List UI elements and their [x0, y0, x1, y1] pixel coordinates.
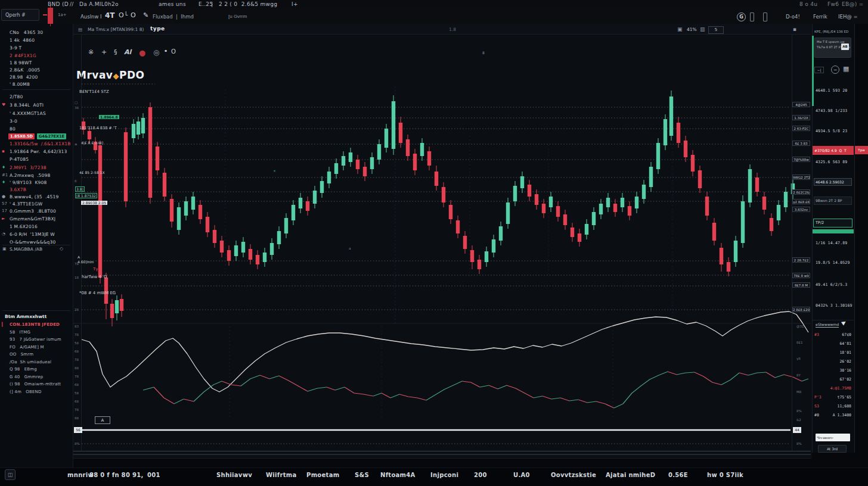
- price-badge-up[interactable]: G4&27EX1E: [37, 133, 66, 139]
- watch-row[interactable]: 2/T80: [10, 94, 23, 99]
- panel-value-row[interactable]: 0432% 3 1.30169: [816, 303, 852, 308]
- watch-row[interactable]: 2 #4F1X1G: [10, 53, 36, 58]
- menu-item[interactable]: ames uns: [159, 1, 186, 7]
- trade-row-value[interactable]: t75'65: [823, 395, 851, 400]
- pen-icon[interactable]: ✎: [143, 11, 148, 19]
- watch-row[interactable]: 0.Gmmm3 .8L8T00: [10, 208, 56, 214]
- menu-item[interactable]: I+: [292, 1, 298, 7]
- watch-row[interactable]: CNo 4365 30: [10, 30, 43, 35]
- zoom-level[interactable]: 41%: [687, 27, 697, 32]
- sparkle-icon[interactable]: ◇: [60, 246, 63, 251]
- instrument-selector[interactable]: Auslnw I: [80, 14, 102, 20]
- account-status-row[interactable]: S.MAGBBA /AB: [10, 247, 42, 252]
- panel-value-row[interactable]: 4648.1 593 20: [816, 88, 847, 93]
- watch-row[interactable]: 1.3316&/5w /.6&1.X1X1B: [10, 141, 71, 147]
- watch-row[interactable]: 1 4k 4860: [10, 38, 35, 43]
- watch-row[interactable]: B.wwwv4, (35 .4519: [10, 194, 58, 200]
- scrollbar[interactable]: [73, 451, 811, 451]
- menu-item[interactable]: //: [70, 1, 74, 7]
- timeframe-label[interactable]: Fluxbad | Ihmd: [153, 14, 194, 20]
- watch-row[interactable]: 2.M9Y1 3/7238: [10, 165, 46, 170]
- trade-row-value[interactable]: 67¢0: [823, 332, 851, 337]
- alert-row[interactable]: #370/82 4.9 Q T: [813, 146, 854, 155]
- watch-row[interactable]: 3 8.344L A0TI: [10, 102, 44, 108]
- trade-row-value[interactable]: 26'02: [823, 359, 851, 364]
- watch-row[interactable]: 2.8&K .0005: [10, 67, 40, 73]
- watch-row[interactable]: ' 9/8Y103 K908: [10, 180, 46, 185]
- menu-item[interactable]: EB@) =: [842, 1, 864, 7]
- take-profit-box[interactable]: TP/2: [813, 219, 852, 228]
- watch-row[interactable]: 80: [10, 126, 16, 132]
- dot-icon[interactable]: ▪: [165, 48, 167, 52]
- taskbar-app-icon[interactable]: ◫: [5, 469, 16, 480]
- price-badge-down[interactable]: 1.85X0.5D: [8, 133, 35, 139]
- tree-row[interactable]: (] 4m OBEND: [10, 390, 42, 394]
- target-icon[interactable]: ◎: [153, 48, 159, 57]
- open-positions-box[interactable]: Qperh #: [1, 9, 39, 21]
- tree-row[interactable]: CON.183NT8 JFEDED: [10, 322, 60, 327]
- panel-value-row[interactable]: 1/16 14.47.89: [816, 241, 847, 245]
- menu-item[interactable]: BND (D: [48, 1, 69, 7]
- trade-section-title[interactable]: eStwwwwmd: [816, 322, 839, 328]
- watch-row[interactable]: 1.91864 Pwr. 4,642/313: [10, 149, 67, 154]
- panel-value-row[interactable]: 4743.98 1/233: [816, 108, 847, 113]
- watch-row[interactable]: 3-0: [10, 119, 17, 124]
- tree-row[interactable]: Q 98 EBmg: [10, 367, 37, 372]
- panel-value-row[interactable]: 4934.5 5/8 23: [816, 129, 847, 133]
- panel-value-row[interactable]: 49.41 6/2/5.3: [816, 282, 847, 287]
- al-icon[interactable]: Al: [124, 48, 131, 56]
- shape-oval-icon[interactable]: O: [131, 11, 136, 19]
- dot-icon[interactable]: ▪: [793, 26, 796, 32]
- grid-icon[interactable]: ▦: [843, 65, 849, 73]
- google-badge-icon[interactable]: G: [737, 13, 746, 21]
- trade-row-value[interactable]: 18'01: [823, 350, 851, 355]
- section-icon[interactable]: §: [114, 48, 117, 56]
- highlighted-row[interactable]: 4648.6 2.59032: [814, 178, 852, 186]
- indicator-settings-button[interactable]: A: [95, 416, 110, 424]
- alert-tag[interactable]: Tpw: [855, 146, 868, 154]
- toggle-bar-icon[interactable]: [750, 13, 754, 21]
- watch-row[interactable]: ' 4.XXXMGT1AS: [10, 111, 46, 116]
- trade-row-value[interactable]: A 1.3400: [823, 413, 851, 418]
- watch-row[interactable]: ' 4.3TT1E1GW: [10, 201, 42, 207]
- panel-value-row[interactable]: 4325.6 563 89: [816, 160, 847, 164]
- toolbar-right-item[interactable]: D-o4!: [786, 14, 800, 20]
- scrollbar[interactable]: [73, 454, 811, 455]
- period-box[interactable]: 5: [708, 26, 724, 34]
- chart-tab-title[interactable]: Ma Tms:x [MTAN399:1 8): [88, 27, 144, 32]
- menu-item[interactable]: 2 2 ( 0 2.6&5 mwgg: [219, 1, 277, 7]
- sparkle-icon[interactable]: ※: [88, 48, 94, 56]
- camera-icon[interactable]: ▣: [677, 26, 683, 32]
- tree-row[interactable]: FO A/GAME] M: [10, 345, 44, 350]
- watch-row[interactable]: 3-9 T: [10, 45, 21, 51]
- watch-row[interactable]: Gmzmxn&GmT3BXJ: [10, 216, 55, 222]
- interval-dropdown[interactable]: ~|: [814, 67, 824, 73]
- boxed-row[interactable]: 98wvn 2T 2 8P: [814, 197, 852, 205]
- shape-l-icon[interactable]: L: [125, 11, 128, 17]
- watch-row[interactable]: 28.98 4200: [10, 74, 38, 80]
- trade-row-value[interactable]: 4:@1.75M8: [823, 386, 851, 391]
- watch-row[interactable]: 1 M.6X2016: [10, 224, 38, 229]
- tree-row[interactable]: 93 7 J&Gatwwr ismum: [10, 337, 61, 342]
- menu-item[interactable]: Fw6: [827, 1, 839, 7]
- crosshair-icon[interactable]: +: [101, 48, 107, 56]
- watch-row[interactable]: 1 8 98WT: [10, 60, 32, 66]
- trade-row-value[interactable]: 64'81: [823, 341, 851, 346]
- panel-value-row[interactable]: 19.8/5 14.0529: [816, 260, 850, 265]
- toolbar-right-item[interactable]: IEH@ =: [838, 14, 858, 20]
- trade-row-value[interactable]: 11;608: [823, 404, 851, 409]
- menu-item[interactable]: |: [211, 1, 213, 7]
- tree-row[interactable]: /Oa Sh umiiadueal: [10, 360, 51, 364]
- watch-row[interactable]: 3.6X7B: [10, 187, 26, 192]
- chart-type-label[interactable]: type: [150, 26, 165, 32]
- order-button[interactable]: At 3rd: [818, 445, 847, 453]
- watch-row[interactable]: O-&&mvwv&&&q30: [10, 239, 55, 245]
- trade-row-value[interactable]: 30'16: [823, 368, 851, 373]
- columns-icon[interactable]: ▥: [700, 26, 705, 32]
- menu-item[interactable]: Da A.MIL0h2o: [79, 1, 119, 7]
- avatar-icon[interactable]: ●: [139, 48, 145, 57]
- tree-row[interactable]: OO Smrm: [10, 352, 33, 357]
- shape-circle-icon[interactable]: O: [119, 11, 124, 19]
- order-input[interactable]: [816, 434, 850, 441]
- menu-item[interactable]: 8 o 4u: [799, 1, 817, 7]
